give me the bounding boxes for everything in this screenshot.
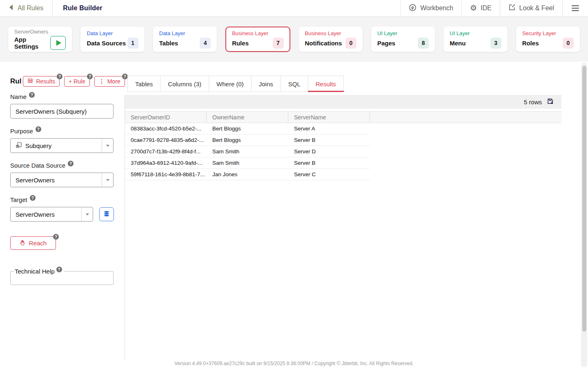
hamburger-menu-button[interactable]	[563, 0, 588, 16]
help-icon[interactable]	[57, 74, 62, 79]
target-select[interactable]: ServerOwners	[10, 207, 93, 222]
card-data-sources[interactable]: Data Layer Data Sources 1	[80, 27, 144, 52]
database-icon	[103, 210, 110, 219]
workbench-disc-icon	[409, 4, 416, 13]
chevron-down-icon	[102, 139, 113, 153]
gear-icon	[470, 4, 477, 12]
tab-tables[interactable]: Tables	[127, 76, 160, 92]
card-layer-label: Business Layer	[232, 30, 283, 36]
rule-tabs: Tables Columns (3) Where (0) Joins SQL R…	[125, 76, 561, 92]
chevron-down-icon	[81, 207, 93, 221]
back-label: All Rules	[18, 4, 43, 12]
help-icon[interactable]	[87, 74, 93, 79]
card-layer-label: UI Layer	[450, 30, 501, 36]
purpose-label: Purpose	[10, 128, 33, 135]
help-icon[interactable]	[56, 267, 62, 272]
results-button[interactable]: Results	[23, 76, 60, 87]
help-icon[interactable]	[30, 195, 36, 201]
count-badge: 8	[418, 38, 429, 49]
card-name-label: Notifications	[305, 40, 342, 47]
ide-button[interactable]: IDE	[462, 0, 500, 16]
rule-results-panel: Tables Columns (3) Where (0) Joins SQL R…	[125, 62, 561, 368]
card-app-settings[interactable]: ServerOwners App Settings	[8, 27, 72, 52]
ide-label: IDE	[481, 4, 492, 12]
look-feel-pencil-icon	[508, 4, 516, 13]
export-results-button[interactable]	[547, 98, 554, 106]
source-data-source-label: Source Data Source	[10, 162, 65, 169]
cell-server-owner-id: 0cae7791-9278-4835-a6d2-...	[125, 137, 207, 143]
cell-server-owner-id: 37d964a3-6912-4120-9afd-...	[125, 160, 207, 166]
purpose-value: Subquery	[25, 142, 51, 149]
column-header: ServerName	[288, 112, 370, 123]
cell-owner-name: Bert Bloggs	[207, 126, 288, 132]
help-icon[interactable]	[53, 234, 59, 240]
technical-help-label: Technical Help	[15, 268, 55, 275]
count-badge: 7	[273, 38, 284, 49]
play-icon	[56, 40, 61, 46]
cell-server-name: Server B	[288, 160, 370, 166]
help-icon[interactable]	[29, 92, 35, 98]
chevron-down-icon	[102, 173, 113, 187]
tab-sql[interactable]: SQL	[281, 76, 308, 92]
card-name-label: App Settings	[14, 36, 50, 50]
cell-server-owner-id: 59f67118-161c-4e39-8b81-7...	[125, 171, 207, 177]
help-icon[interactable]	[68, 161, 74, 166]
workbench-button[interactable]: Workbench	[401, 0, 461, 16]
vertical-scrollbar-track[interactable]	[581, 63, 587, 367]
card-notifications[interactable]: Business Layer Notifications 0	[299, 27, 363, 52]
card-layer-label: Business Layer	[305, 30, 356, 36]
hand-icon	[20, 240, 25, 247]
target-value: ServerOwners	[16, 211, 55, 218]
target-label: Target	[10, 196, 27, 203]
cell-owner-name: Jan Jones	[207, 171, 288, 177]
card-layer-label: UI Layer	[377, 30, 429, 36]
table-row: 2700d7c7-f13b-42f9-8f4d-f... Sam Smith S…	[125, 146, 370, 157]
target-table-button[interactable]	[99, 207, 114, 221]
more-button[interactable]: More	[94, 76, 125, 87]
card-layer-label: ServerOwners	[14, 29, 66, 35]
tab-joins[interactable]: Joins	[251, 76, 281, 92]
name-label: Name	[10, 93, 27, 100]
purpose-select[interactable]: Subquery	[10, 138, 114, 153]
cell-owner-name: Sam Smith	[207, 148, 288, 155]
chevron-left-icon	[8, 4, 14, 12]
card-rules-selected[interactable]: Business Layer Rules 7	[225, 27, 290, 52]
tab-columns[interactable]: Columns (3)	[160, 76, 209, 92]
vertical-scrollbar-thumb[interactable]	[582, 66, 586, 332]
subquery-icon	[16, 141, 22, 150]
kebab-menu-icon	[99, 78, 105, 85]
cell-server-owner-id: 2700d7c7-f13b-42f9-8f4d-f...	[125, 148, 207, 155]
table-row: 08383acc-3fcd-4520-b5e2-... Bert Bloggs …	[125, 123, 370, 135]
help-icon[interactable]	[122, 74, 128, 79]
help-icon[interactable]	[36, 126, 41, 132]
column-header: OwnerName	[207, 112, 288, 123]
reach-button[interactable]: Reach	[10, 236, 56, 250]
table-row: 0cae7791-9278-4835-a6d2-... Bert Bloggs …	[125, 135, 370, 146]
card-menu[interactable]: UI Layer Menu 3	[443, 27, 507, 52]
card-roles[interactable]: Security Layer Roles 0	[516, 27, 580, 52]
count-badge: 0	[563, 38, 574, 49]
tab-results[interactable]: Results	[308, 76, 344, 92]
look-and-feel-button[interactable]: Look & Feel	[500, 0, 562, 16]
top-bar: All Rules Rule Builder Workbench IDE	[0, 0, 588, 17]
save-export-icon	[547, 98, 554, 106]
layer-card-strip: ServerOwners App Settings Data Layer Dat…	[0, 17, 588, 62]
add-rule-button[interactable]: + Rule	[64, 76, 90, 87]
workbench-label: Workbench	[420, 4, 453, 12]
run-app-button[interactable]	[50, 36, 66, 50]
card-name-label: Roles	[522, 40, 539, 47]
card-name-label: Data Sources	[87, 40, 126, 47]
card-tables[interactable]: Data Layer Tables 4	[153, 27, 217, 52]
card-layer-label: Security Layer	[522, 30, 574, 36]
name-input[interactable]	[10, 104, 114, 119]
count-badge: 0	[345, 38, 356, 49]
results-toolbar: 5 rows	[125, 95, 561, 109]
page-title: Rule Builder	[53, 0, 113, 16]
back-all-rules-button[interactable]: All Rules	[0, 0, 52, 16]
card-pages[interactable]: UI Layer Pages 8	[371, 27, 435, 52]
source-data-source-select[interactable]: ServerOwners	[10, 173, 114, 187]
tab-where[interactable]: Where (0)	[209, 76, 252, 92]
card-name-label: Pages	[377, 40, 395, 47]
technical-help-field[interactable]: Technical Help	[10, 268, 114, 285]
count-badge: 1	[127, 38, 138, 49]
